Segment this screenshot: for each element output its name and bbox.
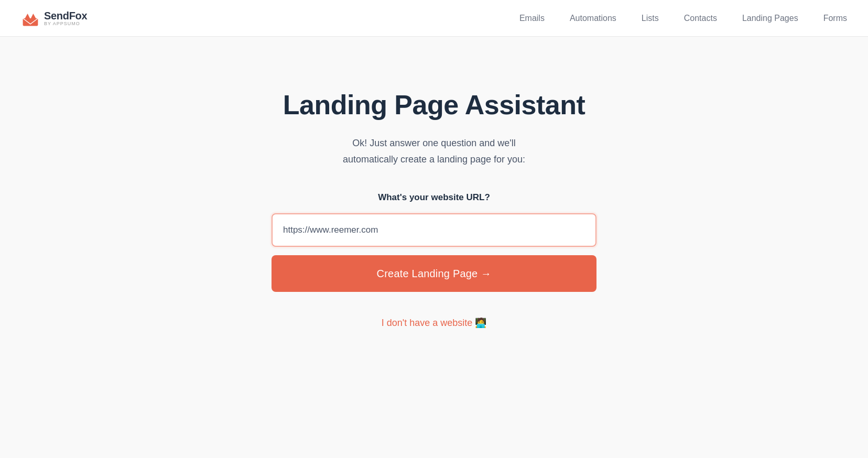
nav-item-emails[interactable]: Emails — [519, 14, 545, 23]
create-landing-page-button[interactable]: Create Landing Page → — [272, 255, 596, 292]
nav-item-automations[interactable]: Automations — [570, 14, 616, 23]
page-title: Landing Page Assistant — [283, 89, 585, 121]
nav-item-lists[interactable]: Lists — [642, 14, 659, 23]
logo-text: SendFox BY APPSUMO — [44, 10, 87, 26]
question-label: What's your website URL? — [378, 192, 490, 203]
subtitle-line1: Ok! Just answer one question and we'll — [352, 138, 516, 148]
nav-item-forms[interactable]: Forms — [823, 14, 847, 23]
svg-rect-2 — [23, 18, 38, 26]
no-website-link[interactable]: I don't have a website 🧑‍💻 — [382, 317, 487, 329]
sendfox-logo-icon — [21, 9, 40, 28]
main-content: Landing Page Assistant Ok! Just answer o… — [0, 37, 868, 370]
nav-link-lists[interactable]: Lists — [642, 14, 659, 23]
nav-item-contacts[interactable]: Contacts — [684, 14, 717, 23]
nav-link-emails[interactable]: Emails — [519, 14, 545, 23]
nav-link-automations[interactable]: Automations — [570, 14, 616, 23]
website-url-input[interactable] — [272, 213, 596, 247]
form-area: Create Landing Page → — [272, 213, 596, 292]
nav-links: Emails Automations Lists Contacts Landin… — [519, 14, 847, 23]
logo-sendfox-label: SendFox — [44, 10, 87, 21]
subtitle-line2: automatically create a landing page for … — [343, 154, 525, 165]
nav-link-contacts[interactable]: Contacts — [684, 14, 717, 23]
logo-appsumo-label: BY APPSUMO — [44, 21, 87, 26]
nav-link-landing-pages[interactable]: Landing Pages — [742, 14, 798, 23]
navbar: SendFox BY APPSUMO Emails Automations Li… — [0, 0, 868, 37]
logo-area: SendFox BY APPSUMO — [21, 9, 87, 28]
nav-item-landing-pages[interactable]: Landing Pages — [742, 14, 798, 23]
nav-link-forms[interactable]: Forms — [823, 14, 847, 23]
subtitle: Ok! Just answer one question and we'll a… — [343, 135, 525, 167]
